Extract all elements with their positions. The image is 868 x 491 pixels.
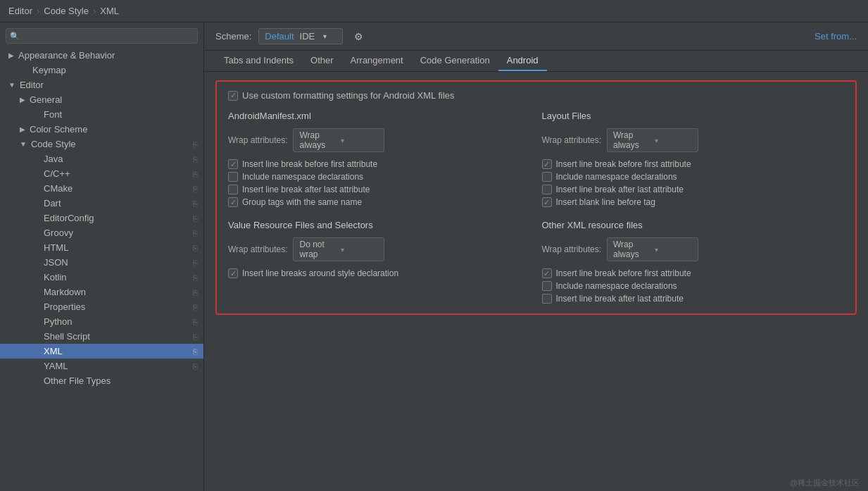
sidebar-item-json[interactable]: JSON⎘ bbox=[0, 255, 203, 270]
option-checkbox[interactable] bbox=[542, 268, 552, 278]
sidebar-item-label: Properties bbox=[44, 302, 85, 312]
option-item[interactable]: Insert line break before first attribute bbox=[542, 267, 845, 280]
copy-icon-xml[interactable]: ⎘ bbox=[193, 347, 198, 356]
option-label: Insert line break after last attribute bbox=[242, 185, 370, 194]
manifest-wrap-dropdown[interactable]: Wrap always ▾ bbox=[293, 128, 384, 152]
value-wrap-chevron: ▾ bbox=[341, 246, 379, 254]
breadcrumb-code-style[interactable]: Code Style bbox=[44, 6, 89, 16]
sidebar-item-cpp[interactable]: C/C++⎘ bbox=[0, 166, 203, 181]
copy-icon-cpp[interactable]: ⎘ bbox=[193, 170, 198, 178]
tab-code-generation[interactable]: Code Generation bbox=[412, 51, 498, 71]
copy-icon-html[interactable]: ⎘ bbox=[193, 244, 198, 252]
value-wrap-row: Wrap attributes: Do not wrap ▾ bbox=[228, 237, 531, 261]
layout-wrap-value: Wrap always bbox=[613, 130, 652, 150]
sidebar-item-font[interactable]: Font bbox=[0, 107, 203, 122]
sidebar-item-label: Keymap bbox=[32, 65, 66, 75]
tab-android[interactable]: Android bbox=[498, 51, 547, 71]
sidebar-item-yaml[interactable]: YAML⎘ bbox=[0, 359, 203, 373]
copy-icon-properties[interactable]: ⎘ bbox=[193, 303, 198, 311]
option-checkbox[interactable] bbox=[228, 172, 238, 182]
custom-format-checkbox[interactable]: Use custom formatting settings for Andro… bbox=[228, 90, 455, 101]
tab-arrangement[interactable]: Arrangement bbox=[342, 51, 412, 71]
sidebar-item-cmake[interactable]: CMake⎘ bbox=[0, 181, 203, 196]
sidebar-item-appearance[interactable]: ▶Appearance & Behavior bbox=[0, 48, 203, 63]
sidebar-item-editorconfig[interactable]: EditorConfig⎘ bbox=[0, 211, 203, 225]
sidebar-item-kotlin[interactable]: Kotlin⎘ bbox=[0, 270, 203, 285]
sidebar-item-label: Editor bbox=[20, 80, 44, 90]
option-item[interactable]: Insert line breaks around style declarat… bbox=[228, 267, 531, 280]
sidebar-item-shell_script[interactable]: Shell Script⎘ bbox=[0, 329, 203, 344]
sidebar-item-html[interactable]: HTML⎘ bbox=[0, 240, 203, 255]
option-checkbox[interactable] bbox=[542, 185, 552, 194]
tab-other[interactable]: Other bbox=[302, 51, 342, 71]
option-label: Insert line break before first attribute bbox=[556, 159, 691, 169]
option-item[interactable]: Insert line break after last attribute bbox=[228, 183, 531, 196]
copy-icon-python[interactable]: ⎘ bbox=[193, 318, 198, 326]
option-item[interactable]: Include namespace declarations bbox=[542, 170, 845, 183]
manifest-wrap-chevron: ▾ bbox=[341, 137, 379, 144]
copy-icon-markdown[interactable]: ⎘ bbox=[193, 288, 198, 297]
sidebar-item-dart[interactable]: Dart⎘ bbox=[0, 196, 203, 211]
sidebar-item-label: Kotlin bbox=[44, 272, 67, 282]
sidebar-item-groovy[interactable]: Groovy⎘ bbox=[0, 225, 203, 240]
option-checkbox[interactable] bbox=[228, 159, 238, 169]
option-item[interactable]: Insert blank line before tag bbox=[542, 196, 845, 209]
copy-icon-java[interactable]: ⎘ bbox=[193, 155, 198, 163]
option-checkbox[interactable] bbox=[228, 268, 238, 278]
copy-icon-json[interactable]: ⎘ bbox=[193, 259, 198, 267]
copy-icon-dart[interactable]: ⎘ bbox=[193, 199, 198, 208]
sidebar-item-general[interactable]: ▶General bbox=[0, 92, 203, 107]
value-wrap-dropdown[interactable]: Do not wrap ▾ bbox=[293, 237, 384, 261]
other-xml-title: Other XML resource files bbox=[542, 220, 845, 230]
option-item[interactable]: Include namespace declarations bbox=[228, 170, 531, 183]
sidebar-item-properties[interactable]: Properties⎘ bbox=[0, 299, 203, 314]
option-checkbox[interactable] bbox=[542, 294, 552, 304]
option-item[interactable]: Insert line break after last attribute bbox=[542, 183, 845, 196]
option-item[interactable]: Insert line break before first attribute bbox=[542, 158, 845, 170]
copy-icon-groovy[interactable]: ⎘ bbox=[193, 229, 198, 237]
custom-format-cb[interactable] bbox=[228, 91, 238, 101]
option-checkbox[interactable] bbox=[542, 172, 552, 182]
layout-files-section: Layout Files Wrap attributes: Wrap alway… bbox=[542, 111, 845, 209]
copy-icon-code_style[interactable]: ⎘ bbox=[193, 140, 198, 149]
search-input[interactable] bbox=[6, 28, 198, 44]
copy-icon-yaml[interactable]: ⎘ bbox=[193, 362, 198, 371]
layout-wrap-dropdown[interactable]: Wrap always ▾ bbox=[607, 128, 698, 152]
option-checkbox[interactable] bbox=[228, 185, 238, 194]
copy-icon-kotlin[interactable]: ⎘ bbox=[193, 273, 198, 282]
scheme-dropdown[interactable]: Default IDE ▾ bbox=[258, 28, 343, 44]
sidebar-item-java[interactable]: Java⎘ bbox=[0, 151, 203, 166]
option-checkbox[interactable] bbox=[228, 197, 238, 207]
breadcrumb: Editor › Code Style › XML bbox=[0, 0, 868, 23]
gear-button[interactable]: ⚙ bbox=[350, 30, 367, 44]
other-wrap-dropdown[interactable]: Wrap always ▾ bbox=[607, 237, 698, 261]
option-checkbox[interactable] bbox=[542, 197, 552, 207]
option-label: Include namespace declarations bbox=[556, 281, 677, 291]
option-item[interactable]: Insert line break after last attribute bbox=[542, 292, 845, 305]
option-item[interactable]: Insert line break before first attribute bbox=[228, 158, 531, 170]
option-checkbox[interactable] bbox=[542, 281, 552, 291]
sidebar-item-markdown[interactable]: Markdown⎘ bbox=[0, 285, 203, 299]
sidebar-item-python[interactable]: Python⎘ bbox=[0, 314, 203, 329]
option-item[interactable]: Group tags with the same name bbox=[228, 196, 531, 209]
sidebar-item-xml[interactable]: XML⎘ bbox=[0, 344, 203, 359]
option-item[interactable]: Include namespace declarations bbox=[542, 280, 845, 292]
sidebar-tree: ▶Appearance & BehaviorKeymap▼Editor▶Gene… bbox=[0, 48, 203, 388]
copy-icon-editorconfig[interactable]: ⎘ bbox=[193, 214, 198, 223]
sidebar-item-label: XML bbox=[44, 346, 63, 356]
set-from-button[interactable]: Set from... bbox=[814, 31, 857, 42]
layout-options: Insert line break before first attribute… bbox=[542, 158, 845, 209]
copy-icon-cmake[interactable]: ⎘ bbox=[193, 185, 198, 193]
search-box[interactable]: 🔍 bbox=[6, 28, 198, 44]
option-checkbox[interactable] bbox=[542, 159, 552, 169]
tab-tabs-indents[interactable]: Tabs and Indents bbox=[215, 51, 302, 71]
sidebar-item-code_style[interactable]: ▼Code Style⎘ bbox=[0, 137, 203, 151]
sidebar-item-other_file_types[interactable]: Other File Types bbox=[0, 373, 203, 388]
sidebar-item-keymap[interactable]: Keymap bbox=[0, 63, 203, 77]
sidebar-item-editor[interactable]: ▼Editor bbox=[0, 77, 203, 92]
breadcrumb-editor[interactable]: Editor bbox=[8, 6, 32, 16]
sidebar-item-color_scheme[interactable]: ▶Color Scheme bbox=[0, 122, 203, 137]
sidebar-item-label: EditorConfig bbox=[44, 213, 94, 223]
copy-icon-shell_script[interactable]: ⎘ bbox=[193, 332, 198, 341]
breadcrumb-xml[interactable]: XML bbox=[100, 6, 119, 16]
